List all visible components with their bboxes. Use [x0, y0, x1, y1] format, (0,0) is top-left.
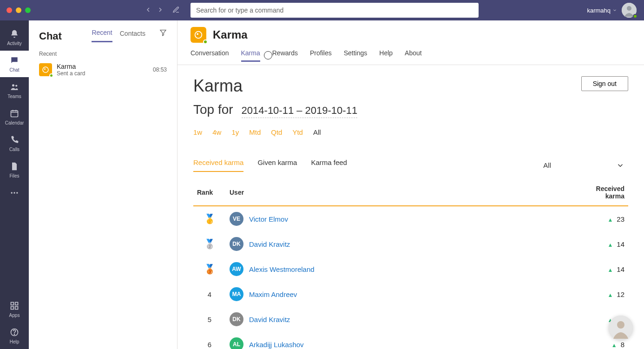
- content-tab-rewards[interactable]: Rewards: [272, 49, 298, 61]
- rail-label: Chat: [9, 67, 19, 72]
- window-zoom-dot[interactable]: [25, 7, 31, 13]
- range-chip-all[interactable]: All: [313, 128, 321, 136]
- content-tab-profiles[interactable]: Profiles: [310, 49, 332, 61]
- svg-point-9: [13, 192, 15, 193]
- window-minimize-dot[interactable]: [16, 7, 21, 13]
- range-chip-qtd[interactable]: Qtd: [271, 128, 282, 136]
- help-icon: [9, 327, 20, 337]
- medal-icon: 🥉: [204, 264, 216, 274]
- rail-item-files[interactable]: Files: [0, 157, 29, 183]
- range-chip-4w[interactable]: 4w: [212, 128, 221, 136]
- nav-forward-button[interactable]: [154, 6, 166, 15]
- svg-point-2: [12, 84, 14, 86]
- date-range-selector[interactable]: 2014-10-11 – 2019-10-11: [242, 105, 358, 118]
- chat-assistant-fab[interactable]: [609, 316, 633, 340]
- trend-up-icon: ▲: [607, 292, 613, 298]
- received-cell: ▲23: [572, 206, 628, 231]
- content-tab-conversation[interactable]: Conversation: [191, 49, 229, 61]
- tenant-switcher[interactable]: karmahq: [587, 7, 617, 14]
- scope-selector[interactable]: All: [543, 161, 628, 170]
- chat-item-time: 08:53: [153, 66, 167, 73]
- user-cell: ALArkadijj Lukashov: [226, 332, 572, 349]
- rail-item-calendar[interactable]: Calendar: [0, 104, 29, 130]
- nav-back-button[interactable]: [142, 6, 154, 15]
- compose-button[interactable]: [170, 6, 182, 15]
- signout-button[interactable]: Sign out: [581, 76, 628, 91]
- user-name-link[interactable]: Maxim Andreev: [249, 290, 297, 298]
- trend-up-icon: ▲: [607, 267, 613, 273]
- more-icon: [9, 188, 20, 198]
- svg-point-19: [44, 68, 46, 70]
- rank-cell: 5: [193, 307, 226, 332]
- rank-cell: 🥇: [193, 206, 226, 231]
- rail-item-more[interactable]: [0, 183, 29, 204]
- rail-label: Files: [9, 173, 19, 178]
- chat-item-karma[interactable]: Karma Sent a card 08:53: [29, 60, 177, 79]
- user-name-link[interactable]: Alexis Westmoreland: [249, 265, 315, 273]
- chat-item-title: Karma: [57, 63, 153, 70]
- trend-up-icon: ▲: [607, 242, 613, 248]
- chat-tab-contacts[interactable]: Contacts: [120, 30, 145, 42]
- search-input[interactable]: Search for or type a command: [191, 3, 479, 18]
- user-cell: DKDavid Kravitz: [226, 307, 572, 332]
- range-chip-1w[interactable]: 1w: [193, 128, 202, 136]
- user-name-link[interactable]: David Kravitz: [249, 240, 290, 248]
- col-received: Received karma: [572, 177, 628, 206]
- content-tab-help[interactable]: Help: [379, 49, 393, 61]
- received-value: 14: [617, 240, 624, 248]
- svg-point-1: [627, 6, 631, 11]
- user-name-link[interactable]: Arkadijj Lukashov: [249, 341, 304, 349]
- rail-item-calls[interactable]: Calls: [0, 130, 29, 157]
- search-placeholder: Search for or type a command: [196, 7, 283, 14]
- sub-tab-karma-feed[interactable]: Karma feed: [311, 158, 347, 172]
- medal-icon: 🥇: [204, 214, 216, 224]
- range-chip-1y[interactable]: 1y: [231, 128, 239, 136]
- chat-header-title: Karma: [213, 28, 248, 41]
- rail-label: Apps: [9, 313, 20, 318]
- received-cell: ▲12: [572, 282, 628, 307]
- content-header: Karma ConversationKarmaRewardsProfilesSe…: [177, 20, 644, 65]
- file-icon: [9, 161, 20, 171]
- profile-avatar[interactable]: [622, 3, 637, 18]
- user-cell: AWAlexis Westmoreland: [226, 257, 572, 282]
- received-cell: ▲14: [572, 257, 628, 282]
- filter-icon[interactable]: [159, 29, 167, 42]
- table-row: 🥇VEVictor Elmov▲23: [193, 206, 628, 231]
- chevron-down-icon: [616, 161, 624, 170]
- page-title: Karma: [193, 76, 243, 96]
- user-avatar: DK: [230, 237, 243, 251]
- svg-rect-11: [11, 303, 14, 305]
- app-rail: Activity Chat Teams Calendar Calls: [0, 20, 29, 349]
- rank-cell: 6: [193, 332, 226, 349]
- sub-tab-given-karma[interactable]: Given karma: [257, 158, 297, 172]
- user-cell: VEVictor Elmov: [226, 206, 572, 231]
- rank-cell: 4: [193, 282, 226, 307]
- rail-label: Help: [10, 339, 20, 344]
- content-tab-karma[interactable]: Karma: [241, 49, 260, 61]
- content-tab-about[interactable]: About: [405, 49, 422, 61]
- rail-item-apps[interactable]: Apps: [0, 296, 29, 323]
- user-avatar: MA: [230, 287, 243, 301]
- chat-tab-recent[interactable]: Recent: [92, 29, 112, 42]
- user-avatar: AL: [230, 337, 243, 349]
- scope-value: All: [543, 161, 551, 169]
- content-tab-settings[interactable]: Settings: [344, 49, 368, 61]
- received-value: 14: [617, 265, 624, 273]
- user-name-link[interactable]: Victor Elmov: [249, 215, 288, 223]
- rank-cell: 🥈: [193, 231, 226, 257]
- svg-point-3: [15, 85, 17, 86]
- rail-item-help[interactable]: Help: [0, 323, 29, 349]
- table-row: 5DKDavid Kravitz▲11: [193, 307, 628, 332]
- tenant-name: karmahq: [587, 7, 611, 14]
- sub-tab-received-karma[interactable]: Received karma: [193, 158, 243, 172]
- rail-item-teams[interactable]: Teams: [0, 77, 29, 104]
- chat-pane-title: Chat: [39, 30, 92, 42]
- rail-item-chat[interactable]: Chat: [0, 51, 29, 77]
- range-chip-mtd[interactable]: Mtd: [249, 128, 261, 136]
- received-cell: ▲14: [572, 231, 628, 257]
- user-name-link[interactable]: David Kravitz: [249, 316, 290, 323]
- window-close-dot[interactable]: [7, 7, 12, 13]
- presence-indicator: [633, 14, 637, 19]
- rail-item-activity[interactable]: Activity: [0, 24, 29, 51]
- range-chip-ytd[interactable]: Ytd: [292, 128, 303, 136]
